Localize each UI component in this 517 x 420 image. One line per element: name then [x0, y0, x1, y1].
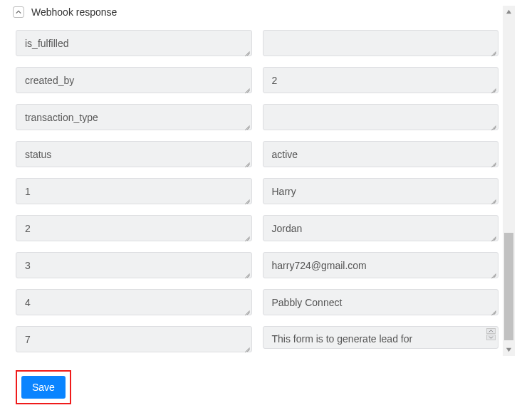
response-row: 1 Harry	[16, 178, 498, 204]
spinner-down-icon[interactable]	[486, 335, 496, 340]
section-title: Webhook response	[31, 6, 117, 18]
key-text: transaction_type	[25, 112, 98, 123]
resize-handle-icon	[243, 306, 250, 313]
resize-handle-icon	[243, 84, 250, 91]
resize-handle-icon	[243, 195, 250, 202]
key-text: 7	[25, 334, 31, 345]
value-text: This form is to generate lead for	[272, 333, 413, 345]
resize-handle-icon	[489, 195, 496, 202]
section-header: Webhook response	[0, 0, 517, 24]
key-field[interactable]: 1	[16, 178, 252, 204]
collapse-toggle[interactable]	[13, 6, 24, 18]
response-rows: is_fulfilled created_by 2 transaction_ty…	[16, 30, 498, 352]
spinner-control[interactable]	[486, 328, 496, 340]
response-row: is_fulfilled	[16, 30, 498, 56]
resize-handle-icon	[489, 306, 496, 313]
resize-handle-icon	[489, 232, 496, 239]
response-row: created_by 2	[16, 67, 498, 93]
key-text: 4	[25, 297, 31, 308]
scrollbar-thumb[interactable]	[504, 233, 513, 340]
value-field[interactable]: Pabbly Connect	[263, 289, 499, 315]
vertical-scrollbar[interactable]	[503, 6, 515, 356]
resize-handle-icon	[243, 158, 250, 165]
scroll-up-button[interactable]	[503, 6, 515, 18]
value-field[interactable]: active	[263, 141, 499, 167]
save-area: Save	[16, 370, 71, 404]
key-field[interactable]: transaction_type	[16, 104, 252, 130]
value-text: Harry	[272, 186, 296, 197]
response-row: 3 harry724@gmail.com	[16, 252, 498, 278]
value-field[interactable]: This form is to generate lead for	[263, 326, 499, 349]
resize-handle-icon	[489, 84, 496, 91]
key-field[interactable]: is_fulfilled	[16, 30, 252, 56]
key-text: status	[25, 149, 51, 160]
resize-handle-icon	[243, 232, 250, 239]
resize-handle-icon	[243, 343, 250, 350]
value-text: active	[272, 149, 298, 160]
resize-handle-icon	[243, 47, 250, 54]
value-field[interactable]: Harry	[263, 178, 499, 204]
resize-handle-icon	[489, 47, 496, 54]
resize-handle-icon	[489, 158, 496, 165]
key-text: 2	[25, 223, 31, 234]
value-text: 2	[272, 75, 278, 86]
scrollbar-track[interactable]	[503, 18, 515, 344]
highlight-annotation: Save	[16, 370, 71, 404]
key-field[interactable]: 3	[16, 252, 252, 278]
response-row: 7 This form is to generate lead for	[16, 326, 498, 352]
key-field[interactable]: 4	[16, 289, 252, 315]
response-row: 4 Pabbly Connect	[16, 289, 498, 315]
key-text: 3	[25, 260, 31, 271]
resize-handle-icon	[243, 121, 250, 128]
value-text: harry724@gmail.com	[272, 260, 367, 271]
value-text: Pabbly Connect	[272, 297, 343, 308]
spinner-up-icon[interactable]	[486, 328, 496, 334]
response-row: transaction_type	[16, 104, 498, 130]
save-button[interactable]: Save	[21, 376, 66, 399]
value-field[interactable]	[263, 30, 499, 56]
resize-handle-icon	[489, 121, 496, 128]
key-field[interactable]: created_by	[16, 67, 252, 93]
chevron-up-icon	[16, 9, 21, 15]
key-field[interactable]: 2	[16, 215, 252, 241]
key-text: created_by	[25, 75, 74, 86]
response-row: status active	[16, 141, 498, 167]
webhook-response-panel: is_fulfilled created_by 2 transaction_ty…	[0, 24, 498, 420]
key-field[interactable]: 7	[16, 326, 252, 352]
value-field[interactable]: Jordan	[263, 215, 499, 241]
key-text: is_fulfilled	[25, 38, 68, 49]
resize-handle-icon	[489, 269, 496, 276]
resize-handle-icon	[243, 269, 250, 276]
value-field[interactable]: harry724@gmail.com	[263, 252, 499, 278]
scroll-down-button[interactable]	[503, 344, 515, 356]
key-text: 1	[25, 186, 31, 197]
value-text: Jordan	[272, 223, 303, 234]
value-field[interactable]	[263, 104, 499, 130]
response-row: 2 Jordan	[16, 215, 498, 241]
key-field[interactable]: status	[16, 141, 252, 167]
value-field[interactable]: 2	[263, 67, 499, 93]
